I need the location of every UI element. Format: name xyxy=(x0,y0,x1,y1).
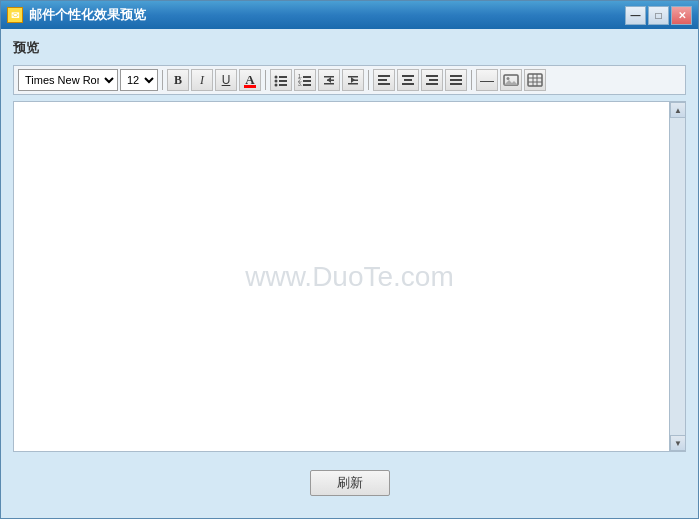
svg-point-4 xyxy=(275,84,278,87)
svg-rect-26 xyxy=(426,75,438,77)
minimize-button[interactable]: — xyxy=(625,6,646,25)
indent-decrease-icon xyxy=(322,73,336,87)
svg-rect-27 xyxy=(429,79,438,81)
svg-rect-24 xyxy=(404,79,412,81)
title-buttons: — □ ✕ xyxy=(625,6,692,25)
font-size-select[interactable]: 12 xyxy=(120,69,158,91)
svg-rect-3 xyxy=(279,80,287,82)
align-right-button[interactable] xyxy=(421,69,443,91)
svg-rect-18 xyxy=(351,80,358,82)
justify-button[interactable] xyxy=(445,69,467,91)
svg-rect-13 xyxy=(324,76,334,78)
editor-area[interactable]: www.DuoTe.com ▲ ▼ xyxy=(13,101,686,452)
align-center-button[interactable] xyxy=(397,69,419,91)
indent-increase-icon xyxy=(346,73,360,87)
image-icon xyxy=(503,72,519,88)
close-button[interactable]: ✕ xyxy=(671,6,692,25)
svg-marker-34 xyxy=(504,80,518,85)
svg-rect-19 xyxy=(348,83,358,85)
svg-rect-11 xyxy=(303,84,311,86)
bullet-list-button[interactable] xyxy=(270,69,292,91)
svg-rect-35 xyxy=(528,74,542,86)
separator-4 xyxy=(471,70,472,90)
underline-button[interactable]: U xyxy=(215,69,237,91)
maximize-button[interactable]: □ xyxy=(648,6,669,25)
svg-rect-17 xyxy=(348,76,358,78)
scrollbar[interactable]: ▲ ▼ xyxy=(669,102,685,451)
indent-increase-button[interactable] xyxy=(342,69,364,91)
svg-rect-15 xyxy=(324,83,334,85)
svg-rect-22 xyxy=(378,83,390,85)
horizontal-rule-button[interactable]: — xyxy=(476,69,498,91)
svg-text:3.: 3. xyxy=(298,81,302,87)
window-content: 预览 Times New Rom 12 B I U xyxy=(1,29,698,518)
align-center-icon xyxy=(401,73,415,87)
font-color-button[interactable]: A xyxy=(239,69,261,91)
indent-decrease-button[interactable] xyxy=(318,69,340,91)
svg-point-0 xyxy=(275,76,278,79)
svg-rect-30 xyxy=(450,79,462,81)
justify-icon xyxy=(449,73,463,87)
numbered-list-button[interactable]: 1. 2. 3. xyxy=(294,69,316,91)
scrollbar-track[interactable] xyxy=(670,118,685,435)
bold-button[interactable]: B xyxy=(167,69,189,91)
scroll-up-arrow[interactable]: ▲ xyxy=(670,102,686,118)
svg-rect-21 xyxy=(378,79,387,81)
italic-button[interactable]: I xyxy=(191,69,213,91)
preview-label: 预览 xyxy=(13,39,686,57)
refresh-button[interactable]: 刷新 xyxy=(310,470,390,496)
title-bar-text: ✉ 邮件个性化效果预览 xyxy=(7,6,146,24)
bottom-bar: 刷新 xyxy=(13,458,686,508)
window-title: 邮件个性化效果预览 xyxy=(29,6,146,24)
numbered-list-icon: 1. 2. 3. xyxy=(298,73,312,87)
title-bar: ✉ 邮件个性化效果预览 — □ ✕ xyxy=(1,1,698,29)
svg-rect-7 xyxy=(303,76,311,78)
svg-rect-20 xyxy=(378,75,390,77)
svg-rect-31 xyxy=(450,83,462,85)
svg-point-33 xyxy=(507,77,510,80)
separator-3 xyxy=(368,70,369,90)
image-button[interactable] xyxy=(500,69,522,91)
formatting-toolbar: Times New Rom 12 B I U A xyxy=(13,65,686,95)
table-icon xyxy=(527,72,543,88)
align-left-button[interactable] xyxy=(373,69,395,91)
separator-2 xyxy=(265,70,266,90)
separator-1 xyxy=(162,70,163,90)
svg-rect-29 xyxy=(450,75,462,77)
svg-rect-14 xyxy=(327,80,334,82)
align-right-icon xyxy=(425,73,439,87)
svg-rect-1 xyxy=(279,76,287,78)
align-left-icon xyxy=(377,73,391,87)
svg-rect-25 xyxy=(402,83,414,85)
watermark-text: www.DuoTe.com xyxy=(245,261,454,293)
svg-rect-23 xyxy=(402,75,414,77)
main-window: ✉ 邮件个性化效果预览 — □ ✕ 预览 Times New Rom xyxy=(0,0,699,519)
svg-rect-5 xyxy=(279,84,287,86)
svg-rect-9 xyxy=(303,80,311,82)
color-indicator xyxy=(244,85,256,88)
svg-point-2 xyxy=(275,80,278,83)
font-family-select[interactable]: Times New Rom xyxy=(18,69,118,91)
scroll-down-arrow[interactable]: ▼ xyxy=(670,435,686,451)
svg-rect-28 xyxy=(426,83,438,85)
window-icon: ✉ xyxy=(7,7,23,23)
bullet-list-icon xyxy=(274,73,288,87)
table-button[interactable] xyxy=(524,69,546,91)
